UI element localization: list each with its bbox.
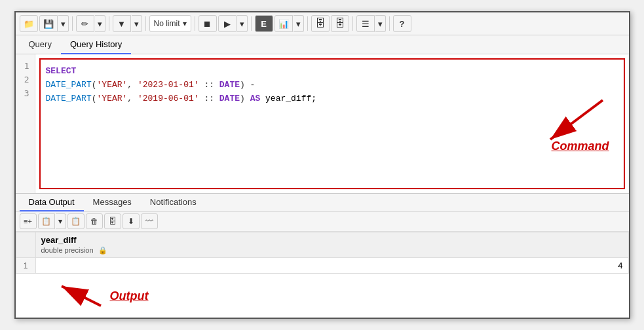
- add-row-button[interactable]: ≡+: [20, 213, 37, 229]
- sep7: [352, 16, 353, 31]
- output-arrow-icon: [55, 280, 107, 312]
- db-save-button[interactable]: 🗄: [104, 213, 121, 229]
- copy-button[interactable]: 📋: [38, 213, 55, 229]
- top-tabs: Query Query History: [16, 35, 629, 54]
- list-button[interactable]: ☰: [356, 15, 375, 32]
- col-name: year_diff: [41, 235, 623, 245]
- edit-button[interactable]: ✏: [76, 15, 94, 32]
- sep1: [72, 16, 73, 31]
- main-window: 📁 💾 ▾ ✏ ▾ ▼ ▾ No limit ▾ ⏹ ▶ ▾ E 📊 ▾: [14, 11, 630, 319]
- svg-line-3: [62, 286, 101, 306]
- chart-group: 📊 ▾: [275, 15, 304, 32]
- filter-group: ▼ ▾: [113, 15, 142, 32]
- download-button[interactable]: ⬇: [123, 213, 140, 229]
- sep5: [251, 16, 252, 31]
- bottom-toolbar: ≡+ 📋 ▾ 📋 🗑 🗄 ⬇ 〰: [16, 211, 629, 232]
- col-header-year-diff: year_diff double precision 🔒: [35, 232, 628, 258]
- filter-dropdown-button[interactable]: ▾: [132, 15, 142, 32]
- limit-chevron-icon: ▾: [183, 19, 187, 28]
- chart-view-button[interactable]: 〰: [141, 213, 158, 229]
- copy-group: 📋 ▾: [38, 213, 66, 229]
- help-button[interactable]: ?: [393, 15, 411, 32]
- table-row: 1 4: [16, 258, 628, 274]
- content-area: 1 2 3 SELECT DATE_PART('YEAR', '2023-01-…: [16, 54, 629, 193]
- code-line-3: DATE_PART('YEAR', '2019-06-01' :: DATE) …: [46, 92, 618, 106]
- sep2: [109, 16, 109, 31]
- bottom-tabs: Data Output Messages Notifications: [16, 194, 629, 211]
- code-line-1: SELECT: [46, 65, 618, 79]
- execute-dropdown-button[interactable]: ▾: [237, 15, 248, 32]
- data-output-area: year_diff double precision 🔒 1 4: [16, 232, 629, 318]
- output-label: Output: [110, 289, 149, 303]
- toolbar: 📁 💾 ▾ ✏ ▾ ▼ ▾ No limit ▾ ⏹ ▶ ▾ E 📊 ▾: [16, 12, 629, 35]
- line-num-2: 2: [18, 73, 32, 87]
- code-line-2: DATE_PART('YEAR', '2023-01-01' :: DATE) …: [46, 79, 618, 92]
- sep6: [307, 16, 308, 31]
- explain-button[interactable]: E: [255, 15, 273, 32]
- chart-button[interactable]: 📊: [275, 15, 293, 32]
- row-num-1: 1: [16, 258, 35, 274]
- line-num-1: 1: [18, 60, 32, 73]
- db2-button[interactable]: 🗄: [331, 15, 349, 32]
- limit-label: No limit: [154, 19, 180, 28]
- tab-query-history[interactable]: Query History: [61, 35, 131, 54]
- tab-query[interactable]: Query: [20, 35, 61, 54]
- edit-group: ✏ ▾: [76, 15, 105, 32]
- db1-button[interactable]: 🗄: [311, 15, 330, 32]
- lock-icon: 🔒: [98, 246, 107, 254]
- list-dropdown-button[interactable]: ▾: [375, 15, 386, 32]
- cell-year-diff-1: 4: [35, 258, 628, 274]
- save-button[interactable]: 💾: [39, 15, 58, 32]
- row-num-header: [16, 232, 35, 258]
- line-num-3: 3: [18, 87, 32, 101]
- limit-dropdown[interactable]: No limit ▾: [149, 15, 191, 32]
- open-file-button[interactable]: 📁: [20, 15, 38, 32]
- sep8: [389, 16, 390, 31]
- copy-dropdown-button[interactable]: ▾: [56, 213, 66, 229]
- execute-group: ▶ ▾: [218, 15, 248, 32]
- tab-messages[interactable]: Messages: [84, 194, 141, 211]
- result-table: year_diff double precision 🔒 1 4: [16, 232, 629, 274]
- execute-button[interactable]: ▶: [218, 15, 237, 32]
- tab-data-output[interactable]: Data Output: [20, 194, 84, 211]
- save-dropdown-button[interactable]: ▾: [58, 15, 69, 32]
- code-editor[interactable]: SELECT DATE_PART('YEAR', '2023-01-01' ::…: [39, 58, 625, 189]
- filter-button[interactable]: ▼: [113, 15, 131, 32]
- col-type: double precision: [41, 246, 94, 254]
- line-numbers: 1 2 3: [16, 54, 35, 193]
- chart-dropdown-button[interactable]: ▾: [294, 15, 304, 32]
- save-group: 💾 ▾: [39, 15, 69, 32]
- output-annotation: Output: [55, 280, 149, 312]
- edit-dropdown-button[interactable]: ▾: [95, 15, 105, 32]
- stop-button[interactable]: ⏹: [199, 15, 217, 32]
- paste-button[interactable]: 📋: [67, 213, 85, 229]
- list-group: ☰ ▾: [356, 15, 386, 32]
- sep3: [145, 16, 146, 31]
- bottom-pane: Data Output Messages Notifications ≡+ 📋 …: [16, 193, 629, 318]
- sep4: [195, 16, 195, 31]
- tab-notifications[interactable]: Notifications: [141, 194, 206, 211]
- delete-button[interactable]: 🗑: [86, 213, 103, 229]
